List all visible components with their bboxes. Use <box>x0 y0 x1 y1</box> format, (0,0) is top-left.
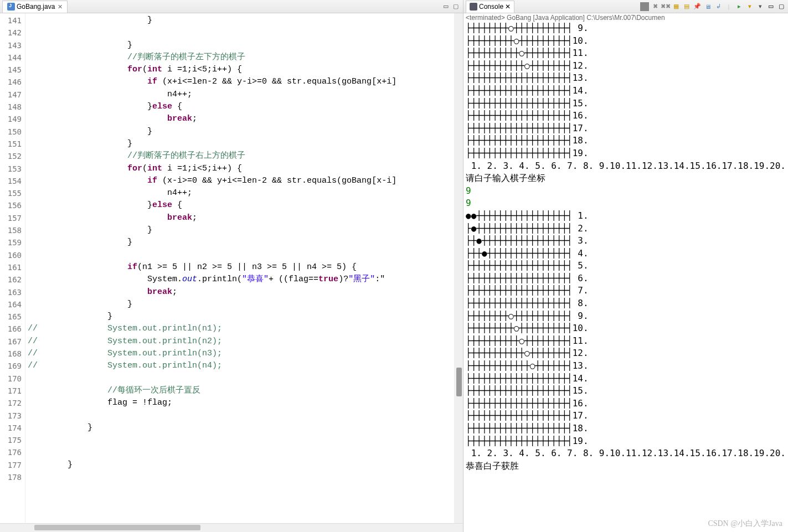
min-icon[interactable]: ▭ <box>766 2 775 11</box>
console-icon <box>470 3 477 11</box>
clear-icon[interactable]: ▦ <box>672 2 681 11</box>
max-icon[interactable]: ▢ <box>777 2 786 11</box>
watermark: CSDN @小白入学Java <box>708 519 782 529</box>
line-gutter: 141 142 143 144 145 146 147 148 149 150 … <box>0 13 25 523</box>
pin-icon[interactable]: 📌 <box>693 2 702 11</box>
editor-tabbar: GoBang.java ✕ ▭ ▢ <box>0 0 463 13</box>
console-tab-label: Console <box>479 3 503 11</box>
menu-icon[interactable]: ▾ <box>756 2 765 11</box>
close-icon[interactable]: ✕ <box>58 3 63 11</box>
maximize-icon[interactable]: ▢ <box>452 3 460 11</box>
console-tabbar: Console ✕ ✖ ✖✖ ▦ ▤ 📌 🖥 ↲ | ▸ ▾ ▾ ▭ ▢ <box>463 0 788 13</box>
editor-tab-gobang[interactable]: GoBang.java ✕ <box>2 1 68 13</box>
console-pane: Console ✕ ✖ ✖✖ ▦ ▤ 📌 🖥 ↲ | ▸ ▾ ▾ ▭ ▢ <te… <box>463 0 788 532</box>
java-file-icon <box>7 3 15 11</box>
console-output[interactable]: ├┼┼┼┼┼┼┼○┼┼┼┼┼┼┼┼┼┼┤ 9. ├┼┼┼┼┼┼┼┼○┼┼┼┼┼┼… <box>463 22 788 532</box>
open-console-icon[interactable]: ▸ <box>735 2 744 11</box>
remove-all-icon[interactable]: ✖✖ <box>661 2 670 11</box>
console-tab[interactable]: Console ✕ <box>466 1 514 13</box>
remove-terminated-icon[interactable]: ✖ <box>651 2 660 11</box>
code-body[interactable]: } } //判断落子的棋子左下方的棋子 for(int i =1;i<5;i++… <box>25 13 463 523</box>
scroll-lock-icon[interactable]: ▤ <box>682 2 691 11</box>
console-toolbar: ✖ ✖✖ ▦ ▤ 📌 🖥 ↲ | ▸ ▾ ▾ ▭ ▢ <box>640 2 786 11</box>
vertical-scrollbar[interactable] <box>454 13 463 523</box>
close-icon[interactable]: ✕ <box>505 3 511 11</box>
code-area[interactable]: 141 142 143 144 145 146 147 148 149 150 … <box>0 13 463 523</box>
minimize-icon[interactable]: ▭ <box>442 3 450 11</box>
display-icon[interactable]: 🖥 <box>703 2 712 11</box>
wrap-icon[interactable]: ↲ <box>714 2 723 11</box>
editor-tab-label: GoBang.java <box>17 3 55 11</box>
editor-pane: GoBang.java ✕ ▭ ▢ 141 142 143 144 145 14… <box>0 0 463 532</box>
console-status: <terminated> GoBang [Java Application] C… <box>463 13 788 22</box>
horizontal-scrollbar[interactable] <box>0 523 463 532</box>
save-icon[interactable]: ▾ <box>745 2 754 11</box>
terminate-icon[interactable] <box>640 2 649 11</box>
